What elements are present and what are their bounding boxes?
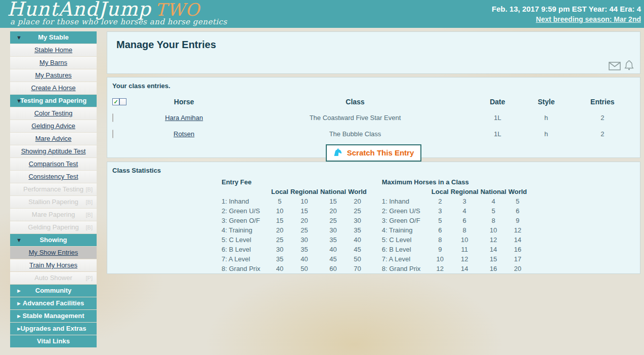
stats-row-label: 3: Green O/F (382, 216, 431, 225)
stats-value: 15 (480, 254, 507, 264)
sidebar-item-consistency-test[interactable]: Consistency Test (10, 171, 97, 183)
locked-tag: [B] (86, 196, 93, 208)
sidebar-item-link[interactable]: Create A Horse (31, 84, 75, 92)
sidebar-item-link[interactable]: Stable Home (34, 46, 72, 54)
stats-value: 10 (450, 235, 480, 245)
sidebar-item-label: Mare Papering (32, 211, 75, 218)
sidebar-item-link[interactable]: My Barns (39, 59, 67, 66)
sidebar-item-stable-home[interactable]: Stable Home (10, 44, 97, 56)
sidebar-section-showing[interactable]: ▼Showing (10, 234, 97, 246)
sidebar-section-advanced-facilities[interactable]: ►Advanced Facilities (10, 297, 97, 309)
sidebar-item-link[interactable]: Color Testing (34, 109, 73, 117)
class-statistics-panel: Class Statistics Entry FeeLocalRegionalN… (107, 162, 640, 274)
sidebar-item-link[interactable]: Consistency Test (28, 173, 78, 180)
stats-column-header: Local (270, 187, 289, 196)
stats-row: 4: Training681012 (382, 225, 528, 235)
column-header-entries: Entries (570, 98, 635, 106)
locked-tag: [P] (86, 272, 93, 284)
entry-checkbox[interactable] (112, 113, 113, 122)
stats-value: 50 (347, 254, 368, 264)
stats-value: 14 (507, 235, 528, 245)
stats-value: 40 (319, 245, 347, 254)
sidebar-item-color-testing[interactable]: Color Testing (10, 107, 97, 120)
bell-icon[interactable] (624, 60, 634, 70)
stats-column-header: Regional (450, 187, 480, 196)
sidebar-item-mare-advice[interactable]: Mare Advice (10, 133, 97, 145)
entry-count: 2 (570, 114, 635, 122)
stats-value: 15 (289, 206, 319, 216)
chevron-down-icon: ▼ (16, 95, 22, 107)
sidebar-item-link[interactable]: Showing Aptitude Test (21, 147, 86, 155)
sidebar-item-link[interactable]: Train My Horses (29, 261, 77, 269)
sidebar-item-create-a-horse[interactable]: Create A Horse (10, 82, 97, 94)
stats-table-maximum-horses-in-a-class: Maximum Horses in a ClassLocalRegionalNa… (382, 178, 528, 273)
stats-row-label: 5: C Level (222, 235, 270, 245)
sidebar-section-testing-and-papering[interactable]: ▼Testing and Papering (10, 95, 97, 107)
sidebar-item-link[interactable]: Mare Advice (35, 135, 72, 142)
stats-value: 40 (289, 254, 319, 264)
stats-row: 3: Green O/F5689 (382, 216, 528, 225)
stats-value: 45 (347, 245, 368, 254)
sidebar-item-comparison-test[interactable]: Comparison Test (10, 158, 97, 170)
stats-value: 11 (450, 245, 480, 254)
entry-date: 1L (473, 114, 523, 122)
sidebar-section-vital-links: Vital Links (10, 335, 97, 347)
scratch-entry-button[interactable]: Scratch This Entry (326, 144, 422, 162)
stats-row-label: 5: C Level (382, 235, 431, 245)
stats-value: 12 (507, 225, 528, 235)
stats-row-label: 6: B Level (382, 245, 431, 254)
entry-checkbox[interactable] (112, 130, 113, 138)
stats-value: 20 (319, 206, 347, 216)
sidebar-item-my-pastures[interactable]: My Pastures (10, 69, 97, 82)
entries-header-row: ✓ Horse Class Date Style Entries (112, 96, 635, 107)
stats-value: 35 (270, 254, 289, 264)
stats-value: 10 (480, 225, 507, 235)
sidebar-section-label: Community (35, 287, 72, 294)
chevron-down-icon: ▼ (16, 31, 22, 44)
stats-row: 7: A Level35404550 (222, 254, 368, 264)
stats-row-label: 1: Inhand (382, 196, 431, 206)
stats-value: 3 (431, 206, 450, 216)
sidebar-item-link[interactable]: Comparison Test (29, 160, 78, 168)
horse-link[interactable]: Hara Amihan (165, 114, 203, 122)
sidebar-item-my-show-entries[interactable]: My Show Entries (10, 247, 97, 259)
chevron-down-icon: ▼ (16, 234, 22, 246)
stats-value: 30 (347, 216, 368, 225)
sidebar-section-community[interactable]: ►Community (10, 285, 97, 297)
stats-table-title: Maximum Horses in a Class (382, 178, 528, 187)
stats-row-label: 4: Training (382, 225, 431, 235)
sidebar-item-label: Gelding Papering (28, 223, 78, 231)
sidebar-section-my-stable[interactable]: ▼My Stable (10, 31, 97, 44)
locked-tag: [B] (86, 209, 93, 221)
sidebar-item-gelding-advice[interactable]: Gelding Advice (10, 120, 97, 132)
stats-value: 70 (347, 264, 368, 273)
envelope-icon[interactable] (609, 62, 621, 70)
page-title: Manage Your Entries (107, 32, 640, 51)
top-banner: HuntAndJumpTWO a place for those who lov… (0, 0, 644, 28)
sidebar-section-stable-management[interactable]: ►Stable Management (10, 310, 97, 322)
sidebar-item-link[interactable]: Gelding Advice (31, 122, 75, 130)
sidebar-item-link[interactable]: My Show Entries (29, 249, 78, 256)
deselect-all-checkbox[interactable] (119, 98, 126, 105)
sidebar-section-upgrades-and-extras[interactable]: ►Upgrades and Extras (10, 323, 97, 335)
horse-link[interactable]: Rotsen (174, 130, 194, 138)
stats-value: 9 (507, 216, 528, 225)
stats-row-label: 2: Green U/S (382, 206, 431, 216)
stats-value: 20 (289, 216, 319, 225)
site-tagline: a place for those who love horses and ho… (10, 17, 227, 26)
stats-value: 30 (319, 225, 347, 235)
page-title-panel: Manage Your Entries (107, 31, 640, 74)
stats-row: 5: C Level25303540 (222, 235, 368, 245)
sidebar-item-train-my-horses[interactable]: Train My Horses (10, 259, 97, 271)
column-header-date: Date (473, 98, 523, 106)
stats-row-label: 6: B Level (222, 245, 270, 254)
stats-row: 8: Grand Prix12141620 (382, 264, 528, 273)
class-name: The Coastward Five Star Event (238, 114, 473, 122)
sidebar-item-my-barns[interactable]: My Barns (10, 57, 97, 69)
sidebar-item-gelding-papering: Gelding Papering[B] (10, 221, 97, 233)
select-all-checkbox[interactable]: ✓ (112, 98, 119, 105)
breeding-season-link[interactable]: Next breeding season: Mar 2nd (536, 14, 641, 24)
sidebar-item-showing-aptitude-test[interactable]: Showing Aptitude Test (10, 145, 97, 157)
sidebar-item-link[interactable]: My Pastures (35, 71, 71, 79)
chevron-right-icon: ► (16, 323, 22, 335)
